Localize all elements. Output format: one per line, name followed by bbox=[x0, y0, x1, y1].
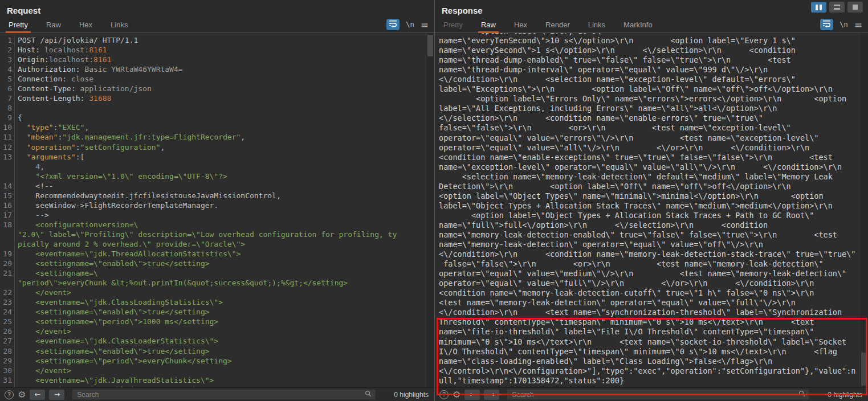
response-code-row[interactable]: name=\"class-loading-enabled\" label=\"C… bbox=[439, 357, 859, 366]
response-code-row[interactable]: minimum=\"0 s\">10 ms<\/text>\r\n <text … bbox=[439, 337, 859, 347]
response-code-row[interactable]: <\/selection>\r\n <condition name=\"enab… bbox=[439, 113, 859, 123]
tab-hex[interactable]: Hex bbox=[76, 21, 95, 32]
response-code-row[interactable]: operator=\"equal\" value=\"full\"\/>\r\n… bbox=[439, 279, 859, 288]
request-code-row[interactable]: 6Content-Type: application/json bbox=[0, 84, 434, 93]
response-code-row[interactable]: Threshold\" contentType=\"timespan\" min… bbox=[439, 317, 859, 327]
response-code-row[interactable]: false=\"false\">\r\n <or>\r\n <test name… bbox=[439, 123, 859, 133]
response-search-input[interactable] bbox=[511, 390, 798, 399]
response-code-row[interactable]: <option label=\"Object Types + Allocatio… bbox=[439, 211, 859, 220]
prev-match-button[interactable]: ← bbox=[464, 390, 480, 400]
response-code-row[interactable]: name=\"thread-dump-enabled\" true=\"fals… bbox=[439, 55, 859, 65]
response-code-row[interactable]: <option label=\"Errors Only\" name=\"err… bbox=[439, 94, 859, 104]
request-code-row[interactable]: 14 <!-- bbox=[0, 181, 434, 191]
request-code-row[interactable]: 29 <settingname=\"period\">everyChunk</s… bbox=[0, 356, 434, 366]
request-code-row[interactable]: 20 <settingname=\"enabled\">true</settin… bbox=[0, 259, 434, 268]
request-code-row[interactable]: pically around 2 % overhead.\" provider=… bbox=[0, 239, 434, 249]
next-match-button[interactable]: → bbox=[484, 390, 499, 400]
request-code-row[interactable]: 31 <eventname=\"jdk.JavaThreadStatistics… bbox=[0, 375, 434, 385]
word-wrap-toggle[interactable] bbox=[386, 19, 400, 30]
request-code-row[interactable]: 25 <settingname=\"period\">1000 ms</sett… bbox=[0, 317, 434, 326]
response-code-row[interactable]: <\/control>\r\n<\/configuration>"],"type… bbox=[439, 366, 859, 376]
request-code-row[interactable]: 24 <settingname=\"enabled\">true</settin… bbox=[0, 307, 434, 317]
request-editor[interactable]: 1POST /api/jolokia/ HTTP/1.12Host: local… bbox=[0, 33, 434, 387]
request-code-row[interactable]: 21 <settingname=\ bbox=[0, 268, 434, 278]
request-code-row[interactable]: 2Host: localhost:8161 bbox=[0, 45, 434, 55]
tab-markinfo[interactable]: MarkInfo bbox=[621, 21, 655, 32]
request-code-row[interactable]: 28 <settingname=\"enabled\">true</settin… bbox=[0, 346, 434, 356]
response-code-row[interactable]: <\/condition>\r\n <text name=\"synchroni… bbox=[439, 308, 859, 317]
request-code-row[interactable]: 30 </event> bbox=[0, 366, 434, 375]
response-code-row[interactable]: <\/condition>\r\n <condition name=\"memo… bbox=[439, 249, 859, 259]
next-match-button[interactable]: → bbox=[49, 390, 64, 400]
request-code-row[interactable]: 18 <configurationversion=\ bbox=[0, 220, 434, 230]
request-scrollbar[interactable] bbox=[426, 33, 434, 387]
tab-pretty[interactable]: Pretty bbox=[441, 21, 466, 32]
response-code-row[interactable]: name=\"file-io-threshold\" label=\"File … bbox=[439, 327, 859, 337]
layout-single-button[interactable] bbox=[847, 2, 863, 13]
request-code-row[interactable]: 17 --> bbox=[0, 210, 434, 220]
request-code-row[interactable]: "period\">everyChunk &lt;%out.printIn(&q… bbox=[0, 278, 434, 288]
tab-raw[interactable]: Raw bbox=[43, 21, 64, 32]
response-code-row[interactable]: name=\"thread-dump-interval\" operator=\… bbox=[439, 65, 859, 75]
response-code-row[interactable]: label=\"Object Types + Allocation Stack … bbox=[439, 201, 859, 211]
request-code-row[interactable]: 13 "arguments":[ bbox=[0, 152, 434, 162]
tab-links[interactable]: Links bbox=[585, 21, 608, 32]
response-code-row[interactable]: operator=\"equal\" value=\"errors\"\/>\r… bbox=[439, 133, 859, 143]
response-scrollbar[interactable] bbox=[859, 33, 868, 387]
tab-links[interactable]: Links bbox=[108, 21, 131, 32]
gear-icon[interactable]: ⚙ bbox=[18, 390, 26, 399]
request-code-row[interactable]: 5Connection: close bbox=[0, 74, 434, 84]
show-newlines-toggle[interactable]: \n bbox=[406, 21, 414, 28]
response-code-row[interactable]: name=\"everySecond\">1 s<\/option>\r\n <… bbox=[439, 46, 859, 55]
response-code-row[interactable]: label=\"All Exceptions, including Errors… bbox=[439, 104, 859, 113]
response-code-row[interactable]: ull,"timestamp":1701358472,"status":200} bbox=[439, 376, 859, 386]
request-code-row[interactable]: 8 bbox=[0, 103, 434, 113]
response-code-row[interactable]: <condition name=\"memory-leak-detection-… bbox=[439, 288, 859, 298]
help-icon[interactable]: ? bbox=[5, 390, 14, 399]
gear-icon[interactable]: ⚙ bbox=[453, 390, 461, 399]
request-code-row[interactable]: 23 <eventname=\"jdk.ClassLoadingStatisti… bbox=[0, 297, 434, 307]
response-code-row[interactable]: name=\"memory-leak-detection-enabled\" t… bbox=[439, 230, 859, 240]
request-code-row[interactable]: 9{ bbox=[0, 113, 434, 122]
request-code-row[interactable]: 7Content-Length: 31688 bbox=[0, 93, 434, 103]
request-code-row[interactable]: 1POST /api/jolokia/ HTTP/1.1 bbox=[0, 35, 434, 45]
response-code-row[interactable]: label=\"Exceptions\">\r\n <option label=… bbox=[439, 84, 859, 94]
request-search-input[interactable] bbox=[76, 390, 365, 399]
response-code-row[interactable]: <option label=\"Object Types\" name=\"mi… bbox=[439, 191, 859, 201]
request-code-row[interactable]: 4, bbox=[0, 162, 434, 171]
response-scrollbar-thumb[interactable] bbox=[861, 353, 867, 386]
response-code-row[interactable]: <\/condition>\r\n <selection name=\"exce… bbox=[439, 75, 859, 84]
response-editor[interactable]: <option label=\"Every 10 s\"name=\"every… bbox=[435, 33, 868, 387]
help-icon[interactable]: ? bbox=[439, 390, 449, 399]
response-code-row[interactable]: name=\"everyTenSecond\">10 s<\/option>\r… bbox=[439, 36, 859, 46]
response-code-row[interactable]: <test name=\"memory-leak-detection\" ope… bbox=[439, 298, 859, 308]
request-code-row[interactable]: 32 <settingname=\"enabled\">true</settin… bbox=[0, 385, 434, 387]
response-code-row[interactable]: Detection\">\r\n <option label=\"Off\" n… bbox=[439, 182, 859, 191]
request-code-row[interactable]: 16 seeWindow->FlightRecorderTemplateMana… bbox=[0, 200, 434, 210]
tab-raw[interactable]: Raw bbox=[478, 21, 499, 32]
request-code-row[interactable]: 27 <eventname=\"jdk.ClassLoaderStatistic… bbox=[0, 336, 434, 346]
request-code-row[interactable]: 22 </event> bbox=[0, 288, 434, 297]
response-code-row[interactable]: name=\"memory-leak-detection\" operator=… bbox=[439, 240, 859, 249]
response-code-row[interactable]: operator=\"equal\" value=\"all\"\/>\r\n … bbox=[439, 143, 859, 153]
request-code-row[interactable]: 26 </event> bbox=[0, 326, 434, 336]
tab-hex[interactable]: Hex bbox=[511, 21, 530, 32]
request-code-row[interactable]: 19 <eventname=\"jdk.ThreadAllocationStat… bbox=[0, 249, 434, 259]
response-code-row[interactable]: name=\"full\">full<\/option>\r\n <\/sele… bbox=[439, 220, 859, 230]
response-code-row[interactable]: name=\"exception-level\" operator=\"equa… bbox=[439, 162, 859, 172]
request-code-row[interactable]: 11 "mbean":"jdk.management.jfr:type=Flig… bbox=[0, 132, 434, 142]
layout-columns-button[interactable] bbox=[811, 2, 826, 13]
layout-rows-button[interactable] bbox=[829, 2, 845, 13]
response-code-row[interactable]: I\/O Threshold\" contentType=\"timespan\… bbox=[439, 347, 859, 357]
response-code-row[interactable]: false=\"false\">\r\n <or>\r\n <test name… bbox=[439, 259, 859, 269]
editor-menu-icon[interactable]: ≡ bbox=[421, 21, 429, 28]
response-code-row[interactable]: operator=\"equal\" value=\"medium\"\/>\r… bbox=[439, 269, 859, 279]
request-code-row[interactable]: 3Origin:localhost:8161 bbox=[0, 55, 434, 64]
editor-menu-icon[interactable]: ≡ bbox=[854, 21, 862, 28]
tab-render[interactable]: Render bbox=[543, 21, 573, 32]
show-newlines-toggle[interactable]: \n bbox=[840, 21, 847, 28]
request-code-row[interactable]: "<?xml version=\"1.0\" encoding=\"UTF-8\… bbox=[0, 171, 434, 181]
response-code-row[interactable]: <condition name=\"enable-exceptions\" tr… bbox=[439, 153, 859, 162]
request-code-row[interactable]: 10 "type":"EXEC", bbox=[0, 122, 434, 132]
request-scrollbar-thumb[interactable] bbox=[427, 35, 433, 56]
